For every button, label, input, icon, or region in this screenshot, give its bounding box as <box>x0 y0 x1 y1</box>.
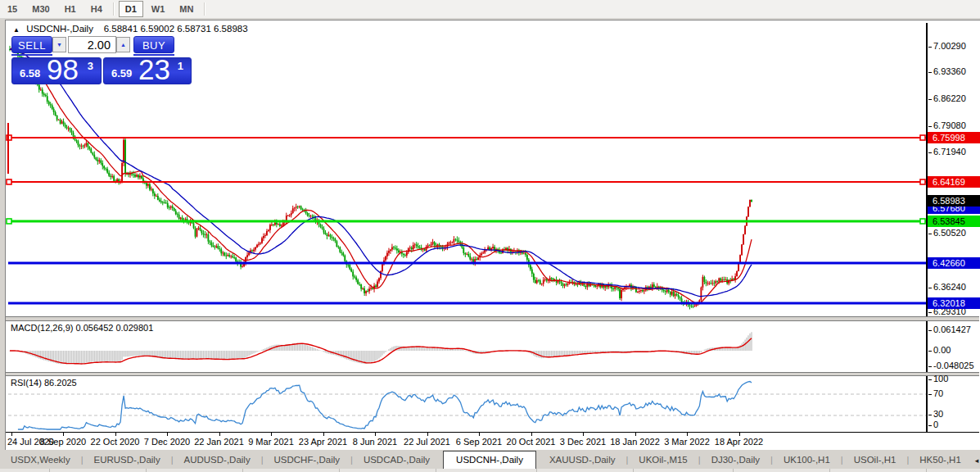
axis-tick <box>928 288 932 288</box>
axis-tick <box>928 312 932 313</box>
sell-button[interactable]: SELL <box>11 36 52 53</box>
date-label: 18 Jan 2022 <box>610 437 660 447</box>
price-badge-6_64169: 6.64169 <box>928 176 980 188</box>
price-badge-6_32018: 6.32018 <box>928 297 980 309</box>
date-label: 20 Oct 2021 <box>507 437 556 447</box>
macd-values: 0.056452 0.029801 <box>75 323 153 333</box>
buy-button[interactable]: BUY <box>133 36 174 53</box>
timeframe-button-15[interactable]: 15 <box>1 1 24 17</box>
axis-label: 100 <box>933 374 948 384</box>
date-label: 22 Oct 2020 <box>91 437 140 447</box>
timeframe-button-m30[interactable]: M30 <box>25 1 56 17</box>
strip-divider <box>633 469 634 472</box>
axis-label: 70 <box>933 388 943 399</box>
timeframe-toolbar: 15M30H1H4D1W1MN <box>0 0 980 19</box>
axis-label: 30 <box>933 409 943 420</box>
tab-usoil-h1[interactable]: USOil-,H1 <box>843 452 907 469</box>
axis-tick <box>928 425 932 426</box>
strip-divider <box>49 469 50 472</box>
tab-hk50-h1[interactable]: HK50-,H1 <box>909 452 972 469</box>
date-tick <box>739 433 740 436</box>
date-label: 8 Sep 2020 <box>40 437 86 447</box>
axis-label: 6.71940 <box>933 147 966 157</box>
timeframe-button-h4[interactable]: H4 <box>84 1 109 17</box>
axis-tick <box>928 351 932 352</box>
sell-price-box[interactable]: 6.58 98 3 <box>11 57 102 84</box>
strip-divider <box>926 469 927 472</box>
date-tick <box>427 433 428 436</box>
strip-divider <box>829 469 830 472</box>
date-label: 18 Apr 2022 <box>715 437 763 447</box>
buy-price-big: 23 <box>138 53 170 86</box>
axis-label: 7.00290 <box>933 41 966 52</box>
rsi-value: 86.2025 <box>44 378 77 388</box>
chart-title: ▲ USDCNH-,Daily 6.58841 6.59002 6.58731 … <box>13 24 248 34</box>
axis-label: 6.50520 <box>933 228 966 238</box>
tab-usdchf-daily[interactable]: USDCHF-,Daily <box>264 452 351 469</box>
buy-price-sup: 1 <box>178 60 183 72</box>
strip-divider <box>536 469 537 472</box>
strip-divider <box>436 469 436 472</box>
axis-tick <box>928 126 932 127</box>
price-badge-6_53845: 6.53845 <box>928 216 980 227</box>
axis-label: 0.061427 <box>933 324 971 335</box>
date-tick <box>63 433 64 436</box>
symbol-period-label: USDCNH-,Daily <box>26 24 93 34</box>
tab-usdcad-daily[interactable]: USDCAD-,Daily <box>353 452 440 469</box>
axis-label: 6.86220 <box>933 93 966 104</box>
date-label: 3 Dec 2021 <box>560 437 606 447</box>
tab-dj30-daily[interactable]: DJ30-,Daily <box>701 452 770 469</box>
collapse-quote-panel-icon[interactable]: ▲ <box>13 26 20 34</box>
date-tick <box>219 433 220 436</box>
strip-divider <box>339 469 340 472</box>
macd-label: MACD(12,26,9) 0.056452 0.029801 <box>11 323 153 333</box>
date-label: 22 Jan 2021 <box>194 437 244 447</box>
timeframe-button-h1[interactable]: H1 <box>58 1 83 17</box>
toolbar-separator <box>113 2 115 16</box>
date-tick <box>375 433 376 436</box>
sell-price-sup: 3 <box>88 60 93 72</box>
axis-label: 6.79080 <box>933 120 966 131</box>
tabs-scroll-left-icon[interactable]: ◂ <box>975 456 979 465</box>
volume-decrease-button[interactable]: ▼ <box>52 37 66 52</box>
rsi-label: RSI(14) 86.2025 <box>11 378 77 388</box>
tab-ukoil-m15[interactable]: UKOil-,M15 <box>628 452 698 469</box>
axis-tick <box>928 234 932 234</box>
date-axis[interactable]: 24 Jul 20208 Sep 202022 Oct 20207 Dec 20… <box>6 432 979 449</box>
axis-tick <box>928 366 932 367</box>
timeframe-button-d1[interactable]: D1 <box>119 1 143 17</box>
tab-scroll-arrows: ◂▸ <box>972 456 980 469</box>
volume-increase-button[interactable]: ▲ <box>116 37 130 52</box>
price-badge-6_42660: 6.42660 <box>928 257 980 269</box>
tab-usdcnh-daily[interactable]: USDCNH-,Daily <box>443 451 536 470</box>
axis-tick <box>928 379 932 380</box>
date-tick <box>635 433 636 436</box>
axis-tick <box>928 152 932 153</box>
tab-usdx-weekly[interactable]: USDX,Weekly <box>0 452 81 469</box>
price-badge-6_75998: 6.75998 <box>928 132 980 143</box>
date-tick <box>479 433 480 436</box>
date-label: 23 Apr 2021 <box>299 437 347 447</box>
panel-divider-macd-rsi[interactable] <box>6 372 979 376</box>
volume-input[interactable] <box>68 36 116 53</box>
tab-uk100-h1[interactable]: UK100-,H1 <box>773 452 841 469</box>
timeframe-button-w1[interactable]: W1 <box>145 1 172 17</box>
tab-xauusd-daily[interactable]: XAUUSD-,Daily <box>539 452 626 469</box>
timeframe-button-mn[interactable]: MN <box>173 1 200 17</box>
strip-divider <box>733 469 734 472</box>
date-label: 6 Sep 2021 <box>456 437 502 447</box>
date-tick <box>11 433 12 436</box>
tab-audusd-daily[interactable]: AUDUSD-,Daily <box>174 452 261 469</box>
axis-tick <box>928 72 932 73</box>
panel-divider-price-macd[interactable] <box>6 316 979 321</box>
tab-eurusd-daily[interactable]: EURUSD-,Daily <box>84 452 171 469</box>
axis-tick <box>928 330 932 331</box>
axis-tick <box>928 99 932 100</box>
sell-price-small: 6.58 <box>20 67 40 79</box>
date-tick <box>583 433 584 436</box>
strip-divider <box>146 469 147 472</box>
axis-tick <box>928 415 932 415</box>
toolbar-separator <box>204 2 205 16</box>
axis-tick <box>928 47 932 48</box>
buy-price-box[interactable]: 6.59 23 1 <box>103 57 192 84</box>
